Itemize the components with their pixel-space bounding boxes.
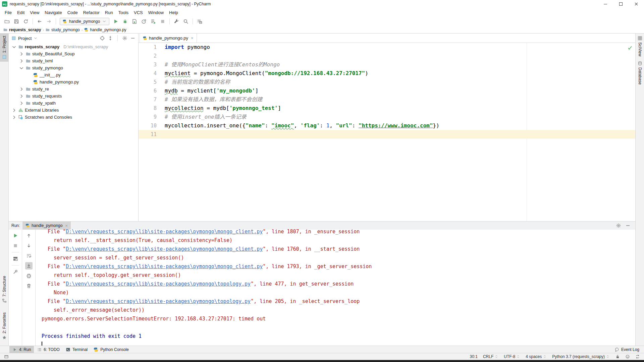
save-button[interactable] [12,17,21,25]
code-line-3[interactable]: 3# 使用MongoClient进行连接Centos的Mongo [139,60,635,69]
restore-layout-button[interactable] [12,255,19,262]
tree-row--init-py[interactable]: __init__.py [9,71,138,78]
console-file-link[interactable]: D:\venv\requests_scrapy\lib\site-package… [66,229,263,235]
menu-view[interactable]: View [27,9,42,16]
console-file-link[interactable]: D:\venv\requests_scrapy\lib\site-package… [66,281,251,287]
tree-row-study-requests[interactable]: study_requests [9,93,138,100]
search-everywhere-button[interactable] [181,17,190,25]
menu-code[interactable]: Code [65,9,80,16]
menu-navigate[interactable]: Navigate [42,9,64,16]
tree-row-study-pymongo[interactable]: study_pymongo [9,64,138,71]
tool-tab-project[interactable]: 1: Project [0,34,9,62]
tree-row-study-re[interactable]: study_re [9,85,138,93]
rerun-button[interactable] [12,232,19,239]
run-button[interactable] [111,17,120,25]
breadcrumb-item[interactable]: study_pymongo [46,27,80,32]
console-file-link[interactable]: D:\venv\requests_scrapy\lib\site-package… [66,298,251,304]
run-with-parameters-button[interactable] [149,17,158,25]
coverage-button[interactable] [130,17,139,25]
console-output[interactable]: File "D:\venv\requests_scrapy\lib\site-p… [36,227,635,346]
code-line-5[interactable]: 5# 当前指定的数据库的名称 [139,78,635,86]
soft-wrap-button[interactable] [25,252,33,259]
menu-edit[interactable]: Edit [14,9,27,16]
code-line-10[interactable]: 10mycollection.insert_one({"name": "imoo… [139,121,635,130]
tree-row-requests-scrapy[interactable]: requests_scrapyD:\mk\requests_scrapy [9,43,138,50]
tool-tab-structure[interactable]: 7: Structure [0,274,9,305]
code-line-6[interactable]: 6mydb = myclient['my_mongodb'] [139,86,635,95]
tree-row-scratches-and-consoles[interactable]: Scratches and Consoles [9,114,138,121]
tree-chevron-icon[interactable] [19,58,24,64]
scroll-to-end-button[interactable] [25,262,33,269]
editor-tab-handle-pymongo[interactable]: handle_pymongo.py × [140,34,197,43]
back-button[interactable] [35,17,44,25]
pin-tab-button[interactable] [12,268,19,276]
editor-body[interactable]: 1import pymongo23# 使用MongoClient进行连接Cent… [139,43,635,221]
code-line-2[interactable]: 2 [139,52,635,60]
code-line-7[interactable]: 7# 如果没有插入数据，库和表都不会创建 [139,95,635,104]
console-file-link[interactable]: D:\venv\requests_scrapy\lib\site-package… [66,263,263,269]
tree-row-handle-pymongo-py[interactable]: handle_pymongo.py [9,78,138,85]
settings-button[interactable] [172,17,181,25]
project-panel-title[interactable]: Project [18,36,32,41]
tool-tab-database[interactable]: Database [636,59,644,87]
tree-row-external-libraries[interactable]: External Libraries [9,107,138,114]
down-stack-trace-button[interactable] [25,242,33,249]
menu-refactor[interactable]: Refactor [80,9,102,16]
breadcrumb-item[interactable]: requests_scrapy [3,27,41,32]
tree-row-study-beautiful-soup[interactable]: study_Beautiful_Soup [9,50,138,57]
status-item-4-spaces[interactable]: 4 spaces [526,354,547,359]
open-button[interactable] [3,17,11,25]
tool-window-tab-4-run[interactable]: 4: Run [9,346,34,353]
debug-button[interactable] [121,17,129,25]
tool-window-toggle-icon[interactable] [4,354,9,359]
locate-file-icon[interactable] [100,36,105,41]
menu-window[interactable]: Window [146,9,166,16]
tree-row-study-lxml[interactable]: study_lxml [9,57,138,64]
profiler-button[interactable] [140,17,148,25]
tab-close-icon[interactable]: × [191,36,194,41]
clear-console-button[interactable] [25,282,33,290]
tool-tab-favorites[interactable]: 2: Favorites [0,310,9,342]
tool-window-tab-6-todo[interactable]: 6: TODO [34,346,63,353]
menu-help[interactable]: Help [166,9,181,16]
tree-chevron-icon[interactable] [11,108,17,113]
close-button[interactable] [629,0,644,8]
tree-chevron-icon[interactable] [19,51,24,57]
stop-button[interactable] [158,17,167,25]
minimize-button[interactable] [598,0,613,8]
up-stack-trace-button[interactable] [25,232,33,239]
console-file-link[interactable]: D:\venv\requests_scrapy\lib\site-package… [66,246,263,252]
code-line-11[interactable]: 11 [139,130,635,139]
status-item-crlf[interactable]: CRLF [483,354,498,359]
readonly-lock-icon[interactable] [615,354,620,359]
tree-chevron-icon[interactable] [19,86,24,92]
hide-panel-icon[interactable] [130,36,136,41]
stop-button[interactable] [12,242,19,249]
tool-tab-sciview[interactable]: SciView [636,34,644,59]
menu-vcs[interactable]: VCS [131,9,146,16]
sync-button[interactable] [21,17,30,25]
status-item-utf-8[interactable]: UTF-8 [504,354,520,359]
maximize-button[interactable] [613,0,629,8]
tree-chevron-icon[interactable] [11,44,17,50]
tree-chevron-icon[interactable] [19,65,24,71]
menu-tools[interactable]: Tools [116,9,131,16]
tool-window-tab-python-console[interactable]: Python Console [91,346,132,353]
code-analysis-hector-icon[interactable] [625,354,630,359]
code-line-4[interactable]: 4myclient = pymongo.MongoClient("mongodb… [139,69,635,78]
status-item-python-3-7-requests-scrapy-[interactable]: Python 3.7 (requests_scrapy) [552,354,610,359]
code-line-9[interactable]: 9# 使用insert_one插入一条记录 [139,113,635,121]
background-tasks-icon[interactable] [635,354,640,359]
code-line-1[interactable]: 1import pymongo [139,43,635,52]
breadcrumb-item[interactable]: handle_pymongo.py [84,27,126,32]
code-line-8[interactable]: 8mycollection = mydb['pymonngo_test'] [139,104,635,113]
project-structure-button[interactable] [195,17,204,25]
event-log-button[interactable]: Event Log [614,347,644,352]
status-item-30-1[interactable]: 30:1 [470,354,478,359]
tool-window-tab-terminal[interactable]: Terminal [63,346,91,353]
tree-row-study-xpath[interactable]: study_xpath [9,100,138,107]
tree-chevron-icon[interactable] [19,94,24,99]
run-configuration-select[interactable]: handle_pymongo [60,18,109,25]
print-button[interactable] [25,272,33,280]
forward-button[interactable] [45,17,53,25]
